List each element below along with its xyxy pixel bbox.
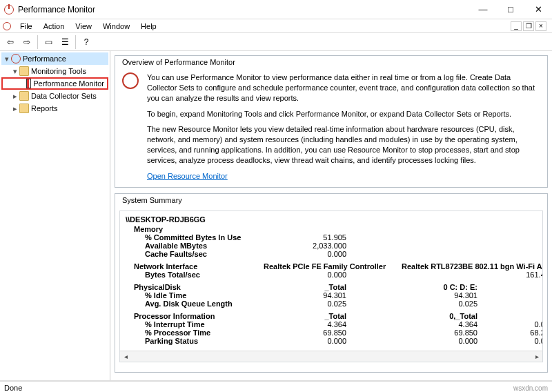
summary-panel[interactable]: \\DESKTOP-RDJB6GG Memory % Committed Byt… xyxy=(119,210,543,362)
scroll-right-icon[interactable]: ▸ xyxy=(531,353,542,360)
metric-value: 0.025 xyxy=(264,300,346,308)
separator xyxy=(75,35,76,49)
metric-label: % Idle Time xyxy=(126,291,257,300)
metric-value: 4.364 xyxy=(264,320,346,329)
section-disk: PhysicalDisk xyxy=(126,283,257,291)
menu-help[interactable]: Help xyxy=(135,21,162,32)
show-hide-tree-button[interactable]: ▭ xyxy=(41,35,56,50)
metric-value: 68.263 xyxy=(484,329,543,337)
overview-text-1: You can use Performance Monitor to view … xyxy=(147,72,540,104)
chart-icon xyxy=(26,79,32,88)
close-button[interactable]: ✕ xyxy=(524,0,552,19)
metric-value: 94.301 xyxy=(353,291,477,300)
overview-group: Overview of Performance Monitor You can … xyxy=(115,55,548,188)
menu-action[interactable]: Action xyxy=(38,21,70,32)
separator xyxy=(37,35,38,49)
status-text: Done xyxy=(4,384,22,392)
metric-value: 69.850 xyxy=(264,329,346,337)
tree-label: Data Collector Sets xyxy=(31,92,97,100)
overview-text-2: To begin, expand Monitoring Tools and cl… xyxy=(147,109,540,119)
tree-node-monitoring-tools[interactable]: ▾ Monitoring Tools xyxy=(1,65,108,77)
tree-node-data-collector-sets[interactable]: ▸ Data Collector Sets xyxy=(1,90,108,102)
metric-label: Bytes Total/sec xyxy=(126,271,257,279)
overview-title: Overview of Performance Monitor xyxy=(119,56,238,68)
summary-title: System Summary xyxy=(119,194,185,206)
column-header: _Total xyxy=(264,312,346,320)
tree-node-performance-monitor[interactable]: Performance Monitor xyxy=(1,77,108,90)
metric-value: 94.301 xyxy=(264,291,346,300)
metric-label: Available MBytes xyxy=(126,242,257,250)
metric-value: 161.483 xyxy=(484,271,543,279)
column-header: 0 C: D: E: xyxy=(353,283,477,291)
tree-node-performance[interactable]: ▾ Performance xyxy=(1,52,108,65)
forward-button[interactable]: ⇨ xyxy=(19,35,34,50)
navigation-tree[interactable]: ▾ Performance ▾ Monitoring Tools Perform… xyxy=(0,51,110,380)
tree-label: Reports xyxy=(31,104,58,112)
open-resource-monitor-link[interactable]: Open Resource Monitor xyxy=(147,172,228,180)
workspace: ▾ Performance ▾ Monitoring Tools Perform… xyxy=(0,51,552,381)
metric-value: 2,033.000 xyxy=(264,242,346,250)
metric-value: 0.000 xyxy=(353,337,477,345)
metric-value: 0.000 xyxy=(264,250,346,258)
mdi-controls: _ ❐ × xyxy=(511,21,549,31)
column-header: 0,_Total xyxy=(353,312,477,320)
metric-value: 0.025 xyxy=(353,300,477,308)
metric-value: 0.000 xyxy=(264,337,346,345)
metric-value: 4.364 xyxy=(353,320,477,329)
collapse-icon[interactable]: ▾ xyxy=(11,67,19,76)
metric-label: % Interrupt Time xyxy=(126,320,257,329)
title-bar: Performance Monitor — □ ✕ xyxy=(0,0,552,19)
tree-node-reports[interactable]: ▸ Reports xyxy=(1,102,108,115)
app-icon-small xyxy=(3,22,11,30)
overview-text-3: The new Resource Monitor lets you view d… xyxy=(147,124,540,165)
menu-bar: File Action View Window Help _ ❐ × xyxy=(0,19,552,33)
system-summary-group: System Summary \\DESKTOP-RDJB6GG Memory … xyxy=(115,193,548,373)
mdi-minimize[interactable]: _ xyxy=(511,21,522,31)
column-header: _Total xyxy=(264,283,346,291)
performance-icon xyxy=(11,54,21,63)
section-processor: Processor Information xyxy=(126,312,257,320)
folder-icon xyxy=(19,66,29,76)
minimize-button[interactable]: — xyxy=(469,0,497,19)
summary-grid: Memory % Committed Bytes In Use51.905 Av… xyxy=(126,225,537,345)
status-bar: Done xyxy=(0,381,552,392)
metric-value: 0.000 xyxy=(264,271,346,279)
menu-file[interactable]: File xyxy=(14,21,38,32)
metric-value: 0.000 xyxy=(484,337,543,345)
back-button[interactable]: ⇦ xyxy=(3,35,18,50)
toolbar: ⇦ ⇨ ▭ ☰ ? xyxy=(0,33,552,51)
horizontal-scrollbar[interactable]: ◂ ▸ xyxy=(120,351,542,362)
properties-button[interactable]: ☰ xyxy=(57,35,72,50)
section-memory: Memory xyxy=(126,225,257,233)
expand-icon[interactable]: ▸ xyxy=(11,92,19,101)
collapse-icon[interactable]: ▾ xyxy=(3,55,11,63)
content-pane: Overview of Performance Monitor You can … xyxy=(110,51,552,380)
scroll-left-icon[interactable]: ◂ xyxy=(120,353,131,360)
menu-window[interactable]: Window xyxy=(97,21,135,32)
metric-value: 51.905 xyxy=(264,233,346,242)
column-header: 0,0 xyxy=(484,312,543,320)
column-header: Realtek RTL8723BE 802.11 bgn Wi-Fi Adapt… xyxy=(402,262,543,271)
machine-name: \\DESKTOP-RDJB6GG xyxy=(126,215,537,224)
tree-label: Performance xyxy=(23,55,66,63)
tree-label: Monitoring Tools xyxy=(31,67,86,75)
metric-label: % Processor Time xyxy=(126,329,257,337)
metric-label: % Committed Bytes In Use xyxy=(126,233,257,242)
mdi-restore[interactable]: ❐ xyxy=(523,21,534,31)
perfmon-icon xyxy=(122,72,139,89)
expand-icon[interactable]: ▸ xyxy=(11,104,19,113)
metric-value: 69.850 xyxy=(353,329,477,337)
app-icon xyxy=(4,5,14,14)
metric-label: Parking Status xyxy=(126,337,257,345)
window-controls: — □ ✕ xyxy=(469,0,552,19)
mdi-close[interactable]: × xyxy=(535,21,546,31)
menu-view[interactable]: View xyxy=(70,21,97,32)
section-network: Network Interface xyxy=(126,262,257,271)
maximize-button[interactable]: □ xyxy=(497,0,524,19)
tree-label: Performance Monitor xyxy=(33,79,104,88)
folder-icon xyxy=(19,91,29,101)
metric-label: Cache Faults/sec xyxy=(126,250,257,258)
metric-value: 0.000 xyxy=(484,320,543,329)
help-button[interactable]: ? xyxy=(79,35,94,50)
folder-icon xyxy=(19,104,29,113)
